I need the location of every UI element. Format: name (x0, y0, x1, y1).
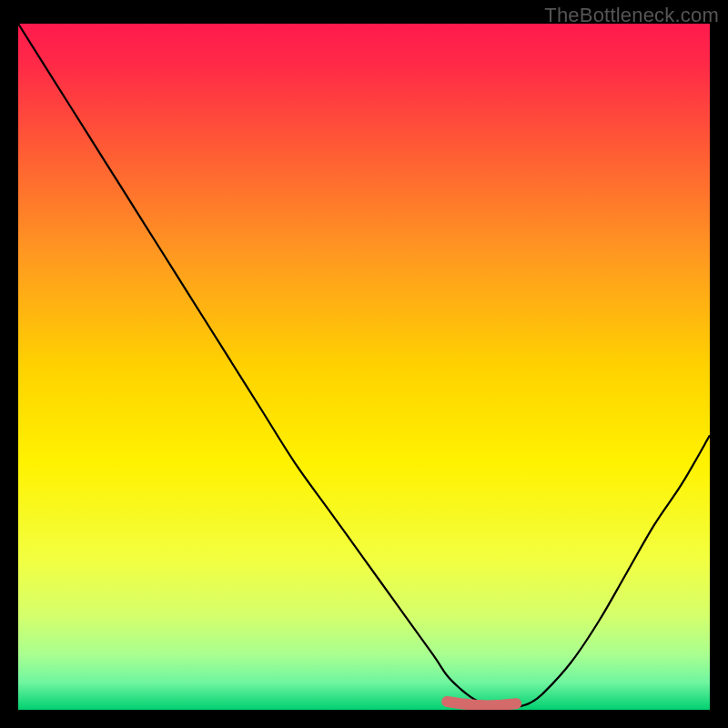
watermark-label: TheBottleneck.com (544, 4, 719, 27)
chart-root: TheBottleneck.com (0, 0, 728, 728)
minimum-marker (447, 702, 516, 706)
plot-frame (18, 24, 710, 710)
chart-svg (18, 24, 710, 710)
gradient-background (18, 24, 710, 710)
